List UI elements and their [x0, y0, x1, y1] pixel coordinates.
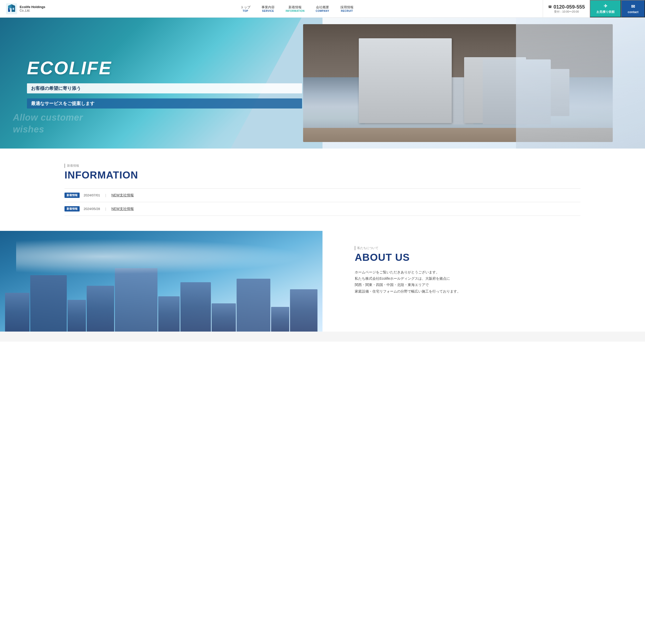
logo-area[interactable]: Ecolife Holdings Co.,Ltd.	[0, 0, 51, 17]
main-nav: トップ TOP 事業内容 SERVICE 新着情報 INFORMATION 会社…	[51, 0, 543, 17]
hero-subtitle1-box: お客様の希望に寄り添う	[27, 83, 302, 93]
hero-section: ECOLIFE お客様の希望に寄り添う 最適なサービスをご提案します Allow…	[0, 18, 645, 148]
estimate-label: お見積り依頼	[596, 10, 615, 14]
information-section-label: 新着情報	[64, 164, 581, 168]
contact-button[interactable]: ✉ contact	[621, 0, 645, 17]
info-badge: 新着情報	[64, 206, 79, 212]
nav-company[interactable]: 会社概要 COMPANY	[310, 0, 335, 17]
city-buildings	[0, 261, 322, 332]
hero-content: ECOLIFE お客様の希望に寄り添う 最適なサービスをご提案します	[19, 18, 310, 148]
svg-rect-1	[13, 8, 14, 10]
cta-buttons: ✈ お見積り依頼 ✉ contact	[590, 0, 645, 17]
phone-icon: ☎	[548, 4, 552, 10]
about-text-line1: ホームページをご覧いただきありがとうございます。	[355, 269, 613, 275]
info-separator: ｜	[104, 193, 107, 198]
hero-subtitle1: お客様の希望に寄り添う	[31, 86, 81, 91]
logo-icon	[6, 3, 17, 14]
nav-information[interactable]: 新着情報 INFORMATION	[280, 0, 310, 17]
estimate-icon: ✈	[604, 3, 608, 9]
about-section: 私たちについて ABOUT US ホームページをご覧いただきありがとうございます…	[0, 231, 645, 332]
about-text-line3: 関西・関東・四国・中国・北陸・東海エリアで	[355, 282, 613, 288]
phone-area: ☎ 0120-059-555 受付：10:00〜20:00	[543, 0, 590, 17]
nav-top[interactable]: トップ TOP	[235, 0, 256, 17]
about-text: ホームページをご覧いただきありがとうございます。 私たち株式会社Ecolifeホ…	[355, 269, 613, 295]
phone-number: 0120-059-555	[554, 4, 585, 10]
nav-service[interactable]: 事業内容 SERVICE	[256, 0, 280, 17]
nav-recruit[interactable]: 採用情報 RECRUIT	[335, 0, 359, 17]
information-section-title: INFORMATION	[64, 170, 581, 181]
site-header: Ecolife Holdings Co.,Ltd. トップ TOP 事業内容 S…	[0, 0, 645, 18]
logo-text: Ecolife Holdings Co.,Ltd.	[20, 5, 45, 12]
info-item: 新着情報 2024/05/28 ｜ NEW支社情報	[64, 202, 581, 216]
info-item: 新着情報 2024/07/01 ｜ NEW支社情報	[64, 188, 581, 202]
about-section-label: 私たちについて	[355, 246, 613, 250]
contact-icon: ✉	[631, 4, 635, 9]
estimate-button[interactable]: ✈ お見積り依頼	[590, 0, 621, 17]
about-city-image	[0, 231, 322, 332]
page-end	[0, 332, 645, 342]
hero-title: ECOLIFE	[27, 58, 302, 78]
about-text-line4: 家庭設備・住宅リフォームの分野で幅広い施工を行っております。	[355, 288, 613, 295]
phone-hours: 受付：10:00〜20:00	[554, 10, 579, 14]
hero-subtitle2: 最適なサービスをご提案します	[31, 101, 94, 106]
hero-person-image	[516, 18, 645, 148]
info-title-link[interactable]: NEW支社情報	[112, 193, 134, 198]
info-title-link[interactable]: NEW支社情報	[112, 207, 134, 211]
about-content: 私たちについて ABOUT US ホームページをご覧いただきありがとうございます…	[322, 231, 645, 332]
about-text-line2: 私たち株式会社Ecolifeホールディングスは、大阪府を拠点に	[355, 275, 613, 282]
info-date: 2024/05/28	[84, 207, 100, 211]
svg-rect-2	[10, 8, 11, 10]
info-badge: 新着情報	[64, 193, 79, 198]
about-section-title: ABOUT US	[355, 252, 613, 263]
information-section: 新着情報 INFORMATION 新着情報 2024/07/01 ｜ NEW支社…	[0, 148, 645, 231]
info-date: 2024/07/01	[84, 193, 100, 197]
hero-subtitle2-box: 最適なサービスをご提案します	[27, 98, 302, 108]
info-list: 新着情報 2024/07/01 ｜ NEW支社情報 新着情報 2024/05/2…	[64, 188, 581, 216]
contact-label: contact	[628, 10, 638, 14]
info-separator: ｜	[104, 207, 107, 211]
